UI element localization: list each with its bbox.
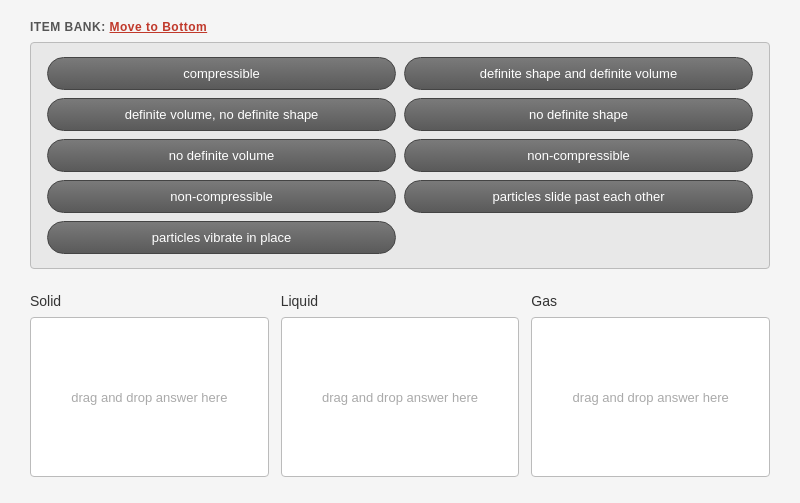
- drag-item[interactable]: no definite volume: [47, 139, 396, 172]
- move-to-bottom-link[interactable]: Move to Bottom: [110, 20, 208, 34]
- drag-item[interactable]: no definite shape: [404, 98, 753, 131]
- solid-drop-zone[interactable]: drag and drop answer here: [30, 317, 269, 477]
- solid-drop-hint: drag and drop answer here: [71, 390, 227, 405]
- solid-label: Solid: [30, 293, 269, 309]
- item-bank-box: compressible definite shape and definite…: [30, 42, 770, 269]
- liquid-label: Liquid: [281, 293, 520, 309]
- liquid-drop-hint: drag and drop answer here: [322, 390, 478, 405]
- solid-zone-container: Solid drag and drop answer here: [30, 293, 269, 477]
- drop-zones-section: Solid drag and drop answer here Liquid d…: [30, 293, 770, 477]
- drag-item[interactable]: definite shape and definite volume: [404, 57, 753, 90]
- item-bank-label: ITEM BANK:: [30, 20, 106, 34]
- liquid-drop-zone[interactable]: drag and drop answer here: [281, 317, 520, 477]
- gas-drop-hint: drag and drop answer here: [573, 390, 729, 405]
- drag-item[interactable]: compressible: [47, 57, 396, 90]
- item-bank-header: ITEM BANK: Move to Bottom: [30, 20, 770, 34]
- drag-item[interactable]: non-compressible: [47, 180, 396, 213]
- drag-item[interactable]: definite volume, no definite shape: [47, 98, 396, 131]
- liquid-zone-container: Liquid drag and drop answer here: [281, 293, 520, 477]
- gas-zone-container: Gas drag and drop answer here: [531, 293, 770, 477]
- drag-item[interactable]: particles slide past each other: [404, 180, 753, 213]
- gas-drop-zone[interactable]: drag and drop answer here: [531, 317, 770, 477]
- items-grid: compressible definite shape and definite…: [47, 57, 753, 254]
- drag-item[interactable]: particles vibrate in place: [47, 221, 396, 254]
- gas-label: Gas: [531, 293, 770, 309]
- page-container: ITEM BANK: Move to Bottom compressible d…: [0, 0, 800, 497]
- drag-item[interactable]: non-compressible: [404, 139, 753, 172]
